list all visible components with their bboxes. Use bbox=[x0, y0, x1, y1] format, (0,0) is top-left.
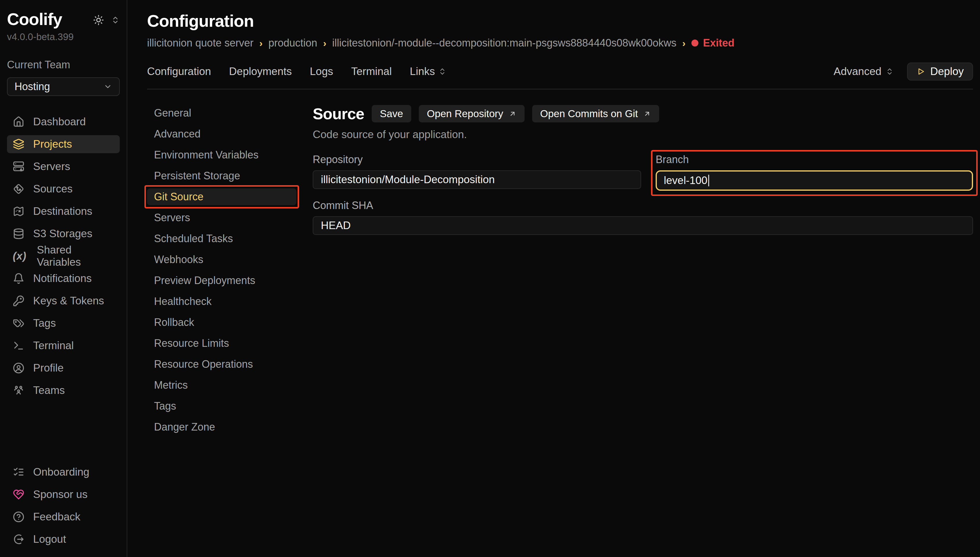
source-header-row: Source Save Open Repository Open Commits… bbox=[313, 105, 973, 123]
logout-icon bbox=[13, 533, 24, 545]
subnav-item-tags[interactable]: Tags bbox=[147, 398, 296, 415]
repository-field: Repository bbox=[313, 153, 641, 191]
play-icon bbox=[917, 67, 925, 76]
advanced-label: Advanced bbox=[834, 65, 881, 78]
app-version: v4.0.0-beta.399 bbox=[7, 31, 73, 42]
sidebar-item-destinations[interactable]: Destinations bbox=[7, 202, 120, 220]
theme-toggle-sun-icon[interactable] bbox=[93, 15, 104, 26]
sidebar-item-profile[interactable]: Profile bbox=[7, 359, 120, 377]
open-commits-button[interactable]: Open Commits on Git bbox=[532, 105, 660, 122]
sidebar-item-keys-tokens[interactable]: Keys & Tokens bbox=[7, 292, 120, 310]
advanced-dropdown[interactable]: Advanced bbox=[834, 65, 894, 78]
status-label: Exited bbox=[703, 37, 735, 49]
sidebar-item-shared-variables[interactable]: (x) Shared Variables bbox=[7, 247, 120, 265]
sidebar-item-label: Profile bbox=[33, 362, 63, 374]
map-icon bbox=[13, 205, 24, 217]
subnav-item-persistent-storage[interactable]: Persistent Storage bbox=[147, 168, 296, 184]
page-title: Configuration bbox=[147, 11, 973, 31]
subnav-item-git-source[interactable]: Git Source bbox=[147, 188, 296, 205]
arrow-up-right-icon bbox=[643, 110, 651, 118]
save-button[interactable]: Save bbox=[372, 105, 411, 122]
source-form: Repository Branch level-100 Commit SHA bbox=[313, 153, 973, 235]
subnav-item-git-source-label: Git Source bbox=[154, 191, 203, 203]
sidebar-header-icons bbox=[93, 15, 120, 26]
commit-sha-label: Commit SHA bbox=[313, 199, 973, 212]
tab-links[interactable]: Links bbox=[410, 65, 446, 78]
sidebar-item-label: Servers bbox=[33, 160, 70, 173]
sidebar-item-label: Teams bbox=[33, 384, 65, 397]
source-section-title: Source bbox=[313, 105, 364, 123]
sidebar-item-label: Notifications bbox=[33, 272, 92, 285]
sidebar-item-tags[interactable]: Tags bbox=[7, 314, 120, 332]
breadcrumb-project[interactable]: illicitonion quote server bbox=[147, 37, 254, 49]
sidebar-item-projects[interactable]: Projects bbox=[7, 135, 120, 153]
sidebar-item-terminal[interactable]: Terminal bbox=[7, 337, 120, 355]
parentheses-x-icon: (x) bbox=[13, 250, 28, 262]
branch-input[interactable]: level-100 bbox=[656, 170, 973, 191]
breadcrumb-environment[interactable]: production bbox=[268, 37, 317, 49]
arrow-up-right-icon bbox=[509, 110, 517, 118]
tab-configuration[interactable]: Configuration bbox=[147, 65, 211, 78]
sidebar-item-label: Sources bbox=[33, 183, 73, 195]
sidebar-item-dashboard[interactable]: Dashboard bbox=[7, 113, 120, 131]
sidebar-item-teams[interactable]: Teams bbox=[7, 381, 120, 399]
sidebar-nav: Dashboard Projects Servers Sources Desti… bbox=[7, 113, 120, 399]
breadcrumb-resource[interactable]: illicitestonion/-module--decomposition:m… bbox=[332, 37, 676, 49]
tab-deployments[interactable]: Deployments bbox=[229, 65, 292, 78]
app-logo: Coolify bbox=[7, 10, 73, 28]
open-repository-button[interactable]: Open Repository bbox=[419, 105, 525, 122]
sidebar-spacer bbox=[7, 399, 120, 446]
main-area: Configuration illicitonion quote server … bbox=[127, 0, 980, 557]
logo-block: Coolify v4.0.0-beta.399 bbox=[7, 10, 73, 42]
subnav-item-resource-limits[interactable]: Resource Limits bbox=[147, 335, 296, 352]
sidebar-item-onboarding[interactable]: Onboarding bbox=[7, 463, 120, 481]
subnav-item-metrics[interactable]: Metrics bbox=[147, 377, 296, 394]
sidebar-item-label: Sponsor us bbox=[33, 489, 88, 501]
commit-sha-input[interactable] bbox=[313, 216, 973, 235]
tabs-actions: Advanced Deploy bbox=[834, 62, 973, 80]
sidebar-item-sponsor-us[interactable]: Sponsor us bbox=[7, 485, 120, 503]
sidebar-item-s3-storages[interactable]: S3 Storages bbox=[7, 225, 120, 243]
chevron-down-icon bbox=[104, 82, 112, 91]
sidebar-item-notifications[interactable]: Notifications bbox=[7, 269, 120, 288]
source-description: Code source of your application. bbox=[313, 129, 973, 141]
team-select-value: Hosting bbox=[15, 80, 50, 93]
sidebar-item-servers[interactable]: Servers bbox=[7, 158, 120, 176]
sidebar-item-label: Dashboard bbox=[33, 116, 86, 128]
sidebar-item-sources[interactable]: Sources bbox=[7, 180, 120, 198]
sidebar-item-feedback[interactable]: Feedback bbox=[7, 508, 120, 526]
subnav-item-servers[interactable]: Servers bbox=[147, 209, 296, 226]
subnav-item-environment-variables[interactable]: Environment Variables bbox=[147, 147, 296, 163]
repository-input[interactable] bbox=[313, 170, 641, 189]
terminal-icon bbox=[13, 340, 24, 352]
git-source-icon bbox=[13, 183, 24, 195]
subnav-item-general[interactable]: General bbox=[147, 105, 296, 122]
subnav-item-webhooks[interactable]: Webhooks bbox=[147, 251, 296, 268]
team-select[interactable]: Hosting bbox=[7, 77, 120, 96]
breadcrumb-chevron-icon: › bbox=[683, 37, 686, 49]
sidebar: Coolify v4.0.0-beta.399 Current Team Hos… bbox=[0, 0, 127, 557]
sidebar-item-label: S3 Storages bbox=[33, 228, 93, 240]
sidebar-item-label: Keys & Tokens bbox=[33, 295, 104, 307]
subnav-item-scheduled-tasks[interactable]: Scheduled Tasks bbox=[147, 230, 296, 247]
subnav-item-resource-operations[interactable]: Resource Operations bbox=[147, 356, 296, 373]
open-commits-label: Open Commits on Git bbox=[540, 108, 638, 119]
subnav-item-rollback[interactable]: Rollback bbox=[147, 314, 296, 331]
subnav-item-healthcheck[interactable]: Healthcheck bbox=[147, 293, 296, 310]
sidebar-item-label: Feedback bbox=[33, 511, 81, 523]
status-dot-icon bbox=[691, 39, 698, 47]
deploy-button[interactable]: Deploy bbox=[907, 62, 973, 80]
branch-label: Branch bbox=[656, 153, 973, 166]
tab-logs[interactable]: Logs bbox=[310, 65, 333, 78]
chevrons-up-down-icon[interactable] bbox=[111, 16, 120, 24]
sidebar-item-label: Tags bbox=[33, 317, 56, 329]
subnav-item-danger-zone[interactable]: Danger Zone bbox=[147, 419, 296, 435]
sidebar-item-logout[interactable]: Logout bbox=[7, 530, 120, 548]
configuration-content: General Advanced Environment Variables P… bbox=[147, 105, 973, 435]
subnav-item-preview-deployments[interactable]: Preview Deployments bbox=[147, 272, 296, 289]
tab-terminal[interactable]: Terminal bbox=[351, 65, 392, 78]
current-team-label: Current Team bbox=[7, 59, 120, 71]
tabs-row: Configuration Deployments Logs Terminal … bbox=[147, 62, 973, 90]
users-icon bbox=[13, 384, 24, 396]
subnav-item-advanced[interactable]: Advanced bbox=[147, 125, 296, 142]
